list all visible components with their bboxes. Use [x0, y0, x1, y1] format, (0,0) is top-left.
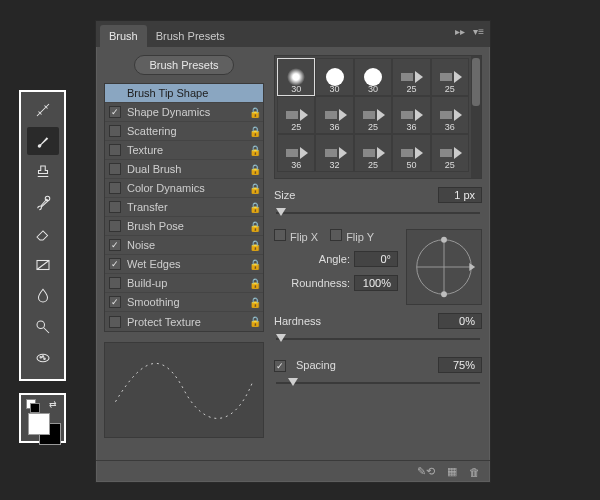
brush-tip[interactable]: 25 [392, 58, 430, 96]
lock-icon[interactable]: 🔒 [247, 183, 263, 194]
delete-brush-icon[interactable]: 🗑 [469, 466, 480, 478]
settings-checkbox[interactable]: ✓ [109, 106, 121, 118]
swap-colors-icon[interactable]: ⇄ [49, 399, 59, 409]
tool-gradient[interactable] [27, 251, 59, 279]
settings-checkbox[interactable]: ✓ [109, 258, 121, 270]
brush-tip[interactable]: 25 [354, 96, 392, 134]
settings-row-color-dynamics[interactable]: Color Dynamics🔒 [105, 179, 263, 198]
tip-grid-scrollbar[interactable] [471, 56, 481, 178]
flip-y-label: Flip Y [346, 231, 374, 243]
settings-row-build-up[interactable]: Build-up🔒 [105, 274, 263, 293]
brush-tip[interactable]: 36 [431, 96, 469, 134]
settings-row-shape-dynamics[interactable]: ✓Shape Dynamics🔒 [105, 103, 263, 122]
settings-checkbox[interactable] [109, 144, 121, 156]
hardness-value[interactable]: 0% [438, 313, 482, 329]
tool-healing[interactable] [27, 96, 59, 124]
settings-row-protect-texture[interactable]: Protect Texture🔒 [105, 312, 263, 331]
brush-tip-grid: 303030252525362536363632255025 [274, 55, 482, 179]
toggle-live-preview-icon[interactable]: ✎⟲ [417, 465, 435, 478]
hardness-slider[interactable] [276, 333, 480, 345]
settings-label: Brush Pose [127, 220, 247, 232]
tab-brush[interactable]: Brush [100, 25, 147, 47]
brush-presets-button[interactable]: Brush Presets [134, 55, 233, 75]
spacing-slider[interactable] [276, 377, 480, 389]
settings-checkbox[interactable] [109, 220, 121, 232]
tab-brush-presets[interactable]: Brush Presets [147, 25, 234, 47]
brush-tip[interactable]: 25 [277, 96, 315, 134]
tool-dodge[interactable] [27, 313, 59, 341]
panel-footer: ✎⟲ ▦ 🗑 [96, 460, 490, 482]
lock-icon[interactable]: 🔒 [247, 145, 263, 156]
lock-icon[interactable]: 🔒 [247, 316, 263, 327]
brush-tip-size: 30 [291, 84, 301, 94]
lock-icon[interactable]: 🔒 [247, 297, 263, 308]
lock-icon[interactable]: 🔒 [247, 202, 263, 213]
foreground-swatch[interactable] [28, 413, 50, 435]
svg-point-5 [43, 358, 45, 360]
size-slider[interactable] [276, 207, 480, 219]
settings-row-smoothing[interactable]: ✓Smoothing🔒 [105, 293, 263, 312]
new-brush-icon[interactable]: ▦ [447, 465, 457, 478]
svg-point-4 [40, 357, 42, 359]
brush-panel: Brush Brush Presets ▸▸ ▾≡ Brush Presets … [95, 20, 491, 483]
settings-row-brush-pose[interactable]: Brush Pose🔒 [105, 217, 263, 236]
settings-checkbox[interactable] [109, 277, 121, 289]
settings-checkbox[interactable] [109, 125, 121, 137]
settings-checkbox[interactable]: ✓ [109, 239, 121, 251]
settings-label: Transfer [127, 201, 247, 213]
settings-row-noise[interactable]: ✓Noise🔒 [105, 236, 263, 255]
brush-tip[interactable]: 30 [277, 58, 315, 96]
tool-blur[interactable] [27, 282, 59, 310]
brush-tip[interactable]: 36 [277, 134, 315, 172]
lock-icon[interactable]: 🔒 [247, 221, 263, 232]
settings-row-brush-tip-shape[interactable]: Brush Tip Shape [105, 84, 263, 103]
tool-sponge[interactable] [27, 344, 59, 372]
tool-stamp[interactable] [27, 158, 59, 186]
brush-tip-size: 25 [406, 84, 416, 94]
brush-tip-size: 32 [330, 160, 340, 170]
settings-checkbox[interactable]: ✓ [109, 296, 121, 308]
settings-checkbox[interactable] [109, 201, 121, 213]
lock-icon[interactable]: 🔒 [247, 240, 263, 251]
lock-icon[interactable]: 🔒 [247, 107, 263, 118]
size-value[interactable]: 1 px [438, 187, 482, 203]
brush-tip[interactable]: 32 [315, 134, 353, 172]
flip-x-checkbox[interactable]: Flip X [274, 229, 318, 243]
brush-tip[interactable]: 25 [431, 58, 469, 96]
lock-icon[interactable]: 🔒 [247, 259, 263, 270]
tool-eraser[interactable] [27, 220, 59, 248]
brush-tip[interactable]: 30 [315, 58, 353, 96]
settings-label: Noise [127, 239, 247, 251]
angle-widget[interactable] [406, 229, 482, 305]
settings-row-wet-edges[interactable]: ✓Wet Edges🔒 [105, 255, 263, 274]
spacing-checkbox[interactable]: ✓ [274, 359, 290, 372]
settings-checkbox[interactable] [109, 163, 121, 175]
brush-tip[interactable]: 30 [354, 58, 392, 96]
brush-tip[interactable]: 25 [431, 134, 469, 172]
spacing-value[interactable]: 75% [438, 357, 482, 373]
default-colors-icon[interactable] [26, 399, 38, 409]
panel-collapse-icon[interactable]: ▸▸ [455, 26, 465, 37]
lock-icon[interactable]: 🔒 [247, 164, 263, 175]
settings-checkbox[interactable] [109, 316, 121, 328]
tool-brush[interactable] [27, 127, 59, 155]
brush-tip[interactable]: 25 [354, 134, 392, 172]
roundness-value[interactable]: 100% [354, 275, 398, 291]
hardness-label: Hardness [274, 315, 321, 327]
settings-row-dual-brush[interactable]: Dual Brush🔒 [105, 160, 263, 179]
settings-label: Protect Texture [127, 316, 247, 328]
angle-value[interactable]: 0° [354, 251, 398, 267]
brush-tip[interactable]: 36 [315, 96, 353, 134]
settings-row-texture[interactable]: Texture🔒 [105, 141, 263, 160]
brush-tip[interactable]: 50 [392, 134, 430, 172]
tool-history-brush[interactable] [27, 189, 59, 217]
flip-y-checkbox[interactable]: Flip Y [330, 229, 374, 243]
settings-checkbox[interactable] [109, 182, 121, 194]
lock-icon[interactable]: 🔒 [247, 278, 263, 289]
brush-tip[interactable]: 36 [392, 96, 430, 134]
settings-row-transfer[interactable]: Transfer🔒 [105, 198, 263, 217]
panel-menu-icon[interactable]: ▾≡ [473, 26, 484, 37]
settings-row-scattering[interactable]: Scattering🔒 [105, 122, 263, 141]
brush-tip-size: 30 [368, 84, 378, 94]
lock-icon[interactable]: 🔒 [247, 126, 263, 137]
